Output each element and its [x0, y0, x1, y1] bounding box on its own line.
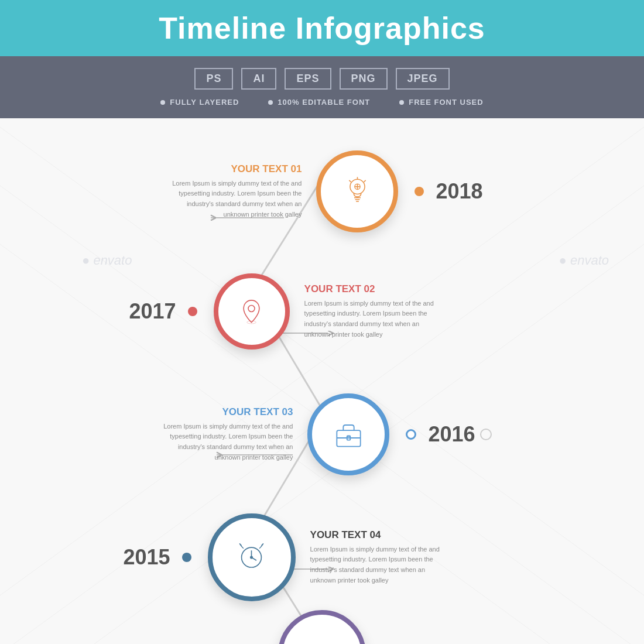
timeline-item-2015: 2015 YOUR TEXT 04 Lorem I: [0, 513, 609, 601]
svg-rect-26: [337, 430, 360, 447]
item1-circle: [316, 150, 398, 232]
svg-line-16: [364, 180, 365, 181]
feature-dot-2: [268, 100, 273, 105]
item2-year: 2017: [129, 299, 176, 324]
page-wrapper: Timeline Infographics PS AI EPS PNG JPEG…: [0, 0, 644, 644]
format-png: PNG: [340, 68, 388, 90]
clock-icon: [235, 542, 268, 574]
item1-text-block: YOUR TEXT 01 Lorem Ipsum is simply dummy…: [161, 163, 302, 220]
timeline-item-2016: YOUR TEXT 03 Lorem Ipsum is simply dummy…: [0, 393, 644, 475]
item4-year: 2015: [123, 545, 170, 570]
item1-year: 2018: [436, 179, 482, 204]
watermark-1: ● envato: [82, 253, 132, 268]
feature-layered: FULLY LAYERED: [160, 98, 239, 107]
briefcase-icon: [333, 419, 365, 451]
item4-circle: [208, 513, 296, 601]
item3-title: YOUR TEXT 03: [152, 406, 293, 418]
item3-year-dot-2: [480, 429, 492, 440]
feature-label-3: FREE FONT USED: [409, 98, 483, 107]
format-ps: PS: [194, 68, 233, 90]
svg-line-17: [349, 180, 351, 181]
item3-year: 2016: [428, 422, 475, 447]
item4-title: YOUR TEXT 04: [310, 529, 451, 541]
feature-editable: 100% EDITABLE FONT: [268, 98, 370, 107]
item3-year-dot: [406, 429, 416, 440]
item2-lorem: Lorem Ipsum is simply dummy text of the …: [304, 299, 445, 340]
svg-point-24: [248, 305, 255, 311]
page-title: Timeline Infographics: [47, 11, 597, 46]
format-ai: AI: [241, 68, 276, 90]
content-area: ● envato ● envato: [0, 118, 644, 644]
timeline-item-2018: YOUR TEXT 01 Lorem Ipsum is simply dummy…: [0, 150, 644, 232]
format-eps: EPS: [285, 68, 331, 90]
item1-lorem: Lorem Ipsum is simply dummy text of the …: [161, 179, 302, 220]
feature-dot-1: [160, 100, 165, 105]
item5-circle-partial: [278, 610, 366, 644]
feature-label-2: 100% EDITABLE FONT: [278, 98, 370, 107]
svg-point-33: [251, 556, 252, 558]
feature-list: FULLY LAYERED 100% EDITABLE FONT FREE FO…: [160, 98, 483, 107]
item3-circle: [307, 393, 389, 475]
item2-year-group: 2017: [129, 299, 201, 324]
feature-free-font: FREE FONT USED: [399, 98, 483, 107]
item3-year-group: 2016: [401, 422, 491, 447]
format-bar: PS AI EPS PNG JPEG FULLY LAYERED 100% ED…: [0, 56, 644, 118]
item3-lorem: Lorem Ipsum is simply dummy text of the …: [152, 422, 293, 463]
feature-dot-3: [399, 100, 404, 105]
header-banner: Timeline Infographics: [0, 0, 644, 56]
format-badges: PS AI EPS PNG JPEG: [194, 68, 449, 90]
item1-year-group: 2018: [410, 179, 482, 204]
item4-year-dot: [182, 553, 191, 562]
item2-title: YOUR TEXT 02: [304, 283, 445, 295]
feature-label-1: FULLY LAYERED: [170, 98, 239, 107]
item1-title: YOUR TEXT 01: [161, 163, 302, 175]
lightbulb-icon: [341, 176, 374, 208]
item4-year-group: 2015: [123, 545, 196, 570]
format-jpeg: JPEG: [396, 68, 450, 90]
item2-text-block: YOUR TEXT 02 Lorem Ipsum is simply dummy…: [304, 283, 445, 340]
item4-lorem: Lorem Ipsum is simply dummy text of the …: [310, 544, 451, 585]
item4-text-block: YOUR TEXT 04 Lorem Ipsum is simply dummy…: [310, 529, 451, 585]
item3-text-block: YOUR TEXT 03 Lorem Ipsum is simply dummy…: [152, 406, 293, 463]
item2-year-dot: [188, 307, 197, 316]
item2-circle: [214, 273, 290, 350]
watermark-2: ● envato: [559, 253, 609, 268]
timeline-item-2017: 2017 YOUR TEXT 02 Lorem Ipsum is simply …: [0, 273, 609, 350]
item1-year-dot: [415, 187, 424, 196]
location-icon: [235, 296, 268, 328]
